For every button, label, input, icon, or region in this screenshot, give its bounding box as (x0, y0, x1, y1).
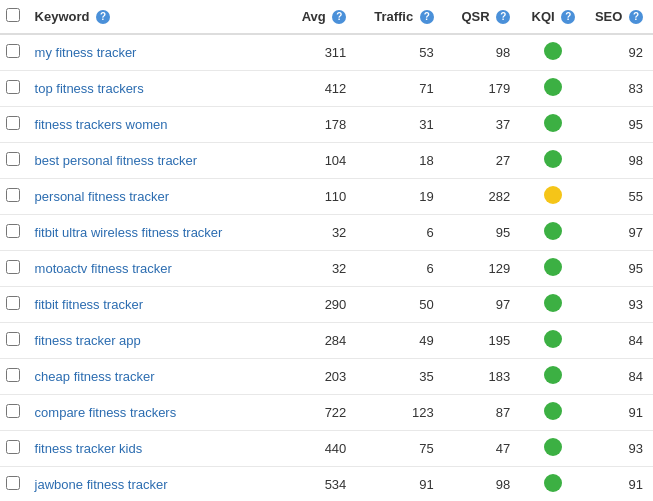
row-checkbox[interactable] (6, 296, 20, 310)
qsr-value: 179 (454, 71, 520, 107)
seo-help-icon[interactable]: ? (629, 10, 643, 24)
keyword-link[interactable]: fitness trackers women (35, 117, 168, 132)
qsr-value: 282 (454, 179, 520, 215)
keyword-link[interactable]: motoactv fitness tracker (35, 261, 172, 276)
traffic-value: 91 (366, 467, 453, 502)
traffic-value: 123 (366, 395, 453, 431)
header-avg[interactable]: Avg ? (294, 0, 366, 34)
seo-value: 98 (587, 143, 653, 179)
table-row: fitness trackers women178313795 (0, 107, 653, 143)
select-all-checkbox[interactable] (6, 8, 20, 22)
header-kqi[interactable]: KQI ? (520, 0, 586, 34)
avg-value: 32 (294, 215, 366, 251)
kqi-dot (544, 402, 562, 420)
qsr-value: 98 (454, 467, 520, 502)
traffic-value: 31 (366, 107, 453, 143)
header-keyword[interactable]: Keyword ? (29, 0, 295, 34)
qsr-value: 47 (454, 431, 520, 467)
kqi-indicator (520, 395, 586, 431)
keyword-link[interactable]: compare fitness trackers (35, 405, 177, 420)
keyword-link[interactable]: fitness tracker kids (35, 441, 143, 456)
header-seo[interactable]: SEO ? (587, 0, 653, 34)
kqi-dot (544, 150, 562, 168)
keyword-link[interactable]: fitness tracker app (35, 333, 141, 348)
kqi-dot (544, 474, 562, 492)
row-checkbox[interactable] (6, 260, 20, 274)
table-row: fitbit fitness tracker290509793 (0, 287, 653, 323)
seo-value: 97 (587, 215, 653, 251)
keyword-link[interactable]: top fitness trackers (35, 81, 144, 96)
traffic-value: 35 (366, 359, 453, 395)
traffic-value: 50 (366, 287, 453, 323)
traffic-value: 18 (366, 143, 453, 179)
row-checkbox[interactable] (6, 224, 20, 238)
kqi-indicator (520, 179, 586, 215)
seo-value: 95 (587, 251, 653, 287)
traffic-value: 75 (366, 431, 453, 467)
header-qsr[interactable]: QSR ? (454, 0, 520, 34)
kqi-help-icon[interactable]: ? (561, 10, 575, 24)
avg-value: 722 (294, 395, 366, 431)
table-row: jawbone fitness tracker534919891 (0, 467, 653, 502)
seo-value: 93 (587, 287, 653, 323)
seo-value: 92 (587, 34, 653, 71)
avg-value: 440 (294, 431, 366, 467)
header-traffic[interactable]: Traffic ? (366, 0, 453, 34)
qsr-value: 87 (454, 395, 520, 431)
kqi-dot (544, 78, 562, 96)
seo-value: 55 (587, 179, 653, 215)
qsr-value: 95 (454, 215, 520, 251)
keyword-link[interactable]: best personal fitness tracker (35, 153, 198, 168)
traffic-value: 71 (366, 71, 453, 107)
qsr-value: 37 (454, 107, 520, 143)
row-checkbox[interactable] (6, 440, 20, 454)
qsr-value: 129 (454, 251, 520, 287)
traffic-value: 6 (366, 251, 453, 287)
header-keyword-label: Keyword (35, 9, 90, 24)
qsr-value: 27 (454, 143, 520, 179)
avg-value: 203 (294, 359, 366, 395)
row-checkbox[interactable] (6, 44, 20, 58)
keyword-link[interactable]: personal fitness tracker (35, 189, 169, 204)
table-row: best personal fitness tracker104182798 (0, 143, 653, 179)
row-checkbox[interactable] (6, 188, 20, 202)
kqi-indicator (520, 251, 586, 287)
kqi-dot (544, 114, 562, 132)
avg-value: 32 (294, 251, 366, 287)
row-checkbox[interactable] (6, 116, 20, 130)
avg-value: 104 (294, 143, 366, 179)
avg-value: 284 (294, 323, 366, 359)
traffic-value: 53 (366, 34, 453, 71)
avg-value: 311 (294, 34, 366, 71)
row-checkbox[interactable] (6, 152, 20, 166)
table-row: fitness tracker kids440754793 (0, 431, 653, 467)
qsr-help-icon[interactable]: ? (496, 10, 510, 24)
keyword-link[interactable]: my fitness tracker (35, 45, 137, 60)
traffic-value: 49 (366, 323, 453, 359)
seo-value: 91 (587, 467, 653, 502)
row-checkbox[interactable] (6, 332, 20, 346)
kqi-dot (544, 258, 562, 276)
row-checkbox[interactable] (6, 368, 20, 382)
traffic-value: 19 (366, 179, 453, 215)
kqi-indicator (520, 107, 586, 143)
seo-value: 95 (587, 107, 653, 143)
qsr-value: 195 (454, 323, 520, 359)
keyword-link[interactable]: jawbone fitness tracker (35, 477, 168, 492)
traffic-help-icon[interactable]: ? (420, 10, 434, 24)
seo-value: 91 (587, 395, 653, 431)
avg-value: 110 (294, 179, 366, 215)
avg-help-icon[interactable]: ? (332, 10, 346, 24)
keyword-link[interactable]: cheap fitness tracker (35, 369, 155, 384)
row-checkbox[interactable] (6, 476, 20, 490)
kqi-dot (544, 330, 562, 348)
keyword-link[interactable]: fitbit fitness tracker (35, 297, 143, 312)
row-checkbox[interactable] (6, 80, 20, 94)
seo-value: 84 (587, 323, 653, 359)
keyword-help-icon[interactable]: ? (96, 10, 110, 24)
keyword-link[interactable]: fitbit ultra wireless fitness tracker (35, 225, 223, 240)
kqi-indicator (520, 71, 586, 107)
row-checkbox[interactable] (6, 404, 20, 418)
kqi-dot (544, 438, 562, 456)
table-row: top fitness trackers4127117983 (0, 71, 653, 107)
